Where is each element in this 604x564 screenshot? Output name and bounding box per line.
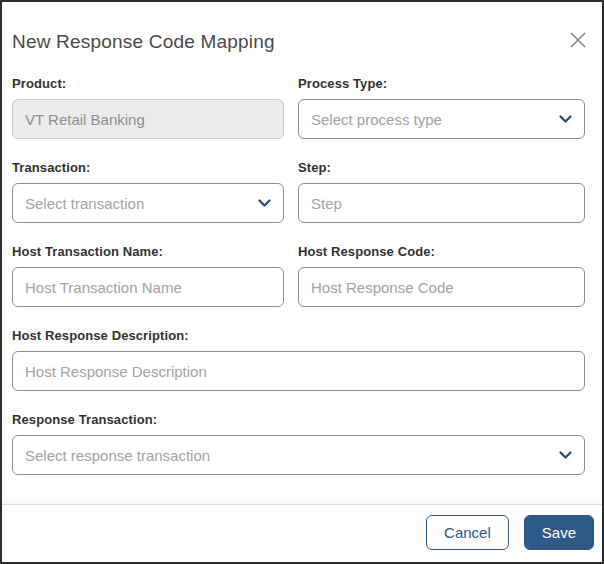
- close-icon: [568, 30, 588, 50]
- host-transaction-name-field-group: Host Transaction Name:: [12, 244, 284, 307]
- process-type-select-value: Select process type: [311, 111, 442, 128]
- process-type-field-group: Process Type: Select process type: [298, 76, 585, 139]
- dialog-footer: Cancel Save: [2, 504, 602, 562]
- host-response-description-label: Host Response Description:: [12, 328, 585, 343]
- save-button[interactable]: Save: [524, 515, 594, 550]
- host-response-code-input[interactable]: [298, 267, 585, 307]
- response-transaction-select-value: Select response transaction: [25, 447, 210, 464]
- product-label: Product:: [12, 76, 284, 91]
- new-response-code-mapping-dialog: New Response Code Mapping Product: Proce…: [0, 0, 604, 564]
- product-input: [12, 99, 284, 139]
- transaction-field-group: Transaction: Select transaction: [12, 160, 284, 223]
- transaction-select-value: Select transaction: [25, 195, 144, 212]
- host-response-code-label: Host Response Code:: [298, 244, 585, 259]
- chevron-down-icon: [558, 448, 572, 462]
- step-label: Step:: [298, 160, 585, 175]
- close-button[interactable]: [567, 29, 589, 51]
- chevron-down-icon: [558, 112, 572, 126]
- product-field-group: Product:: [12, 76, 284, 139]
- transaction-select[interactable]: Select transaction: [12, 183, 284, 223]
- transaction-label: Transaction:: [12, 160, 284, 175]
- dialog-header: New Response Code Mapping: [2, 2, 602, 53]
- step-field-group: Step:: [298, 160, 585, 223]
- host-transaction-name-label: Host Transaction Name:: [12, 244, 284, 259]
- host-response-code-field-group: Host Response Code:: [298, 244, 585, 307]
- step-input[interactable]: [298, 183, 585, 223]
- response-transaction-field-group: Response Transaction: Select response tr…: [12, 412, 585, 475]
- host-transaction-name-input[interactable]: [12, 267, 284, 307]
- dialog-form: Product: Process Type: Select process ty…: [2, 53, 602, 475]
- response-transaction-select[interactable]: Select response transaction: [12, 435, 585, 475]
- response-transaction-label: Response Transaction:: [12, 412, 585, 427]
- cancel-button[interactable]: Cancel: [426, 515, 509, 550]
- host-response-description-input[interactable]: [12, 351, 585, 391]
- host-response-description-field-group: Host Response Description:: [12, 328, 585, 391]
- process-type-label: Process Type:: [298, 76, 585, 91]
- chevron-down-icon: [257, 196, 271, 210]
- process-type-select[interactable]: Select process type: [298, 99, 585, 139]
- dialog-title: New Response Code Mapping: [12, 31, 588, 53]
